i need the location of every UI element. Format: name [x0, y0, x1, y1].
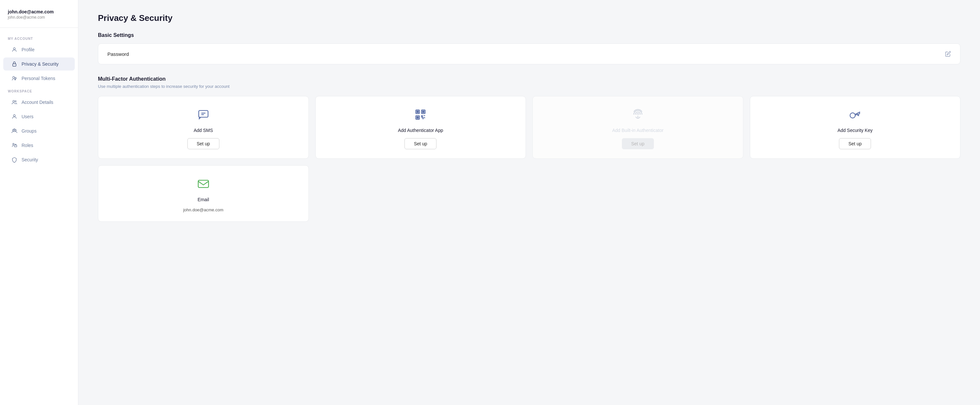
qr-icon: [414, 107, 427, 123]
lock-icon: [11, 61, 18, 67]
sidebar-personal-tokens-label: Personal Tokens: [22, 76, 55, 81]
sidebar-item-users[interactable]: Users: [3, 110, 75, 123]
person-icon: [11, 46, 18, 53]
svg-rect-1: [13, 64, 16, 66]
roles-icon: [11, 142, 18, 148]
svg-rect-17: [423, 111, 425, 113]
mfa-title: Multi-Factor Authentication: [98, 76, 961, 82]
svg-point-6: [13, 115, 15, 116]
mfa-builtin-card: Add Built-in Authenticator Set up: [533, 96, 743, 159]
sidebar-item-groups[interactable]: Groups: [3, 124, 75, 137]
mfa-options-grid: Add SMS Set up Add Authenticator App Set…: [98, 96, 961, 159]
svg-point-4: [13, 100, 14, 102]
user-name: john.doe@acme.com: [8, 9, 70, 14]
password-label: Password: [107, 51, 129, 57]
sidebar-item-personal-tokens[interactable]: Personal Tokens: [3, 72, 75, 85]
security-key-setup-button[interactable]: Set up: [839, 138, 871, 149]
basic-settings-label: Basic Settings: [98, 32, 961, 38]
sidebar-groups-label: Groups: [22, 128, 37, 134]
mfa-description: Use multiple authentication steps to inc…: [98, 84, 961, 89]
authenticator-setup-button[interactable]: Set up: [404, 138, 436, 149]
sms-icon: [197, 107, 210, 123]
svg-point-9: [14, 129, 15, 130]
people-icon: [11, 99, 18, 105]
builtin-label: Add Built-in Authenticator: [612, 128, 663, 133]
workspace-section-label: WORKSPACE: [0, 86, 78, 95]
page-title: Privacy & Security: [98, 13, 961, 23]
sidebar-item-account-details[interactable]: Account Details: [3, 96, 75, 109]
person-key-icon: [11, 75, 18, 82]
sidebar-user-info: john.doe@acme.com john.doe@acme.com: [0, 9, 78, 28]
edit-password-icon[interactable]: [945, 51, 951, 57]
sidebar-users-label: Users: [22, 114, 33, 119]
sidebar-item-roles[interactable]: Roles: [3, 139, 75, 152]
sidebar: john.doe@acme.com john.doe@acme.com MY A…: [0, 0, 78, 405]
sms-setup-button[interactable]: Set up: [188, 138, 220, 149]
email-mfa-address: john.doe@acme.com: [183, 207, 223, 212]
fingerprint-icon: [632, 107, 644, 123]
sms-label: Add SMS: [194, 128, 213, 133]
my-account-section-label: MY ACCOUNT: [0, 33, 78, 43]
groups-icon: [11, 128, 18, 134]
security-key-label: Add Security Key: [838, 128, 873, 133]
email-label: Email: [197, 197, 209, 202]
builtin-setup-button: Set up: [622, 138, 654, 149]
email-icon: [197, 176, 210, 192]
mfa-sms-card: Add SMS Set up: [98, 96, 309, 159]
svg-rect-20: [198, 180, 208, 188]
sidebar-account-details-label: Account Details: [22, 100, 53, 105]
svg-point-0: [13, 48, 15, 49]
group-icon: [11, 113, 18, 120]
mfa-email-card: Email john.doe@acme.com: [98, 165, 309, 222]
sidebar-item-profile[interactable]: Profile: [3, 43, 75, 56]
main-content: Privacy & Security Basic Settings Passwo…: [78, 0, 980, 405]
mfa-security-key-card: Add Security Key Set up: [750, 96, 961, 159]
shield-icon: [11, 156, 18, 163]
user-email: john.doe@acme.com: [8, 15, 70, 19]
svg-rect-18: [417, 116, 418, 118]
authenticator-label: Add Authenticator App: [398, 128, 443, 133]
svg-point-2: [13, 77, 15, 78]
key-icon: [849, 107, 861, 123]
mfa-authenticator-card: Add Authenticator App Set up: [315, 96, 526, 159]
password-card: Password: [98, 43, 961, 64]
sidebar-item-privacy-security[interactable]: Privacy & Security: [3, 57, 75, 70]
sidebar-security-label: Security: [22, 157, 38, 162]
sidebar-item-security[interactable]: Security: [3, 153, 75, 166]
mfa-email-row: Email john.doe@acme.com: [98, 165, 961, 222]
sidebar-roles-label: Roles: [22, 143, 33, 148]
svg-point-3: [15, 77, 17, 79]
svg-rect-16: [417, 111, 418, 113]
svg-point-19: [850, 113, 855, 118]
svg-point-5: [15, 100, 16, 102]
sidebar-profile-label: Profile: [22, 47, 35, 52]
svg-rect-12: [199, 110, 208, 117]
sidebar-privacy-security-label: Privacy & Security: [22, 61, 59, 67]
svg-point-10: [13, 144, 14, 145]
svg-rect-11: [14, 145, 17, 147]
